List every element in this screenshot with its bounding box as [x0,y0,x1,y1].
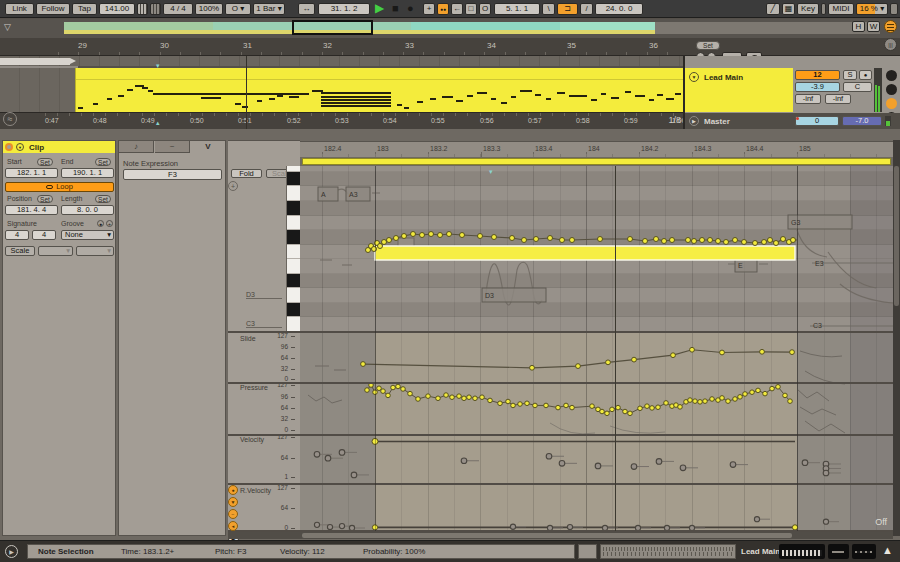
pressure-point[interactable] [498,401,503,406]
tap-tempo-button[interactable]: Tap [72,3,97,15]
pressure-point[interactable] [365,388,370,393]
pressure-point[interactable] [788,399,793,404]
slide-point[interactable] [790,350,795,355]
pitch-expression-point[interactable] [742,240,747,245]
pitch-expression-point[interactable] [598,237,603,242]
pitch-expression-point[interactable] [402,234,407,239]
lead-track-header[interactable]: ▼ Lead Main [685,68,793,112]
clip-position-field[interactable]: 181. 4. 4 [5,205,58,215]
pitch-expression-point[interactable] [753,241,758,246]
pitch-expression-point[interactable] [762,240,767,245]
editor-horizontal-scrollbar[interactable] [228,532,893,539]
pressure-point[interactable] [391,385,396,390]
tab-envelopes[interactable]: ~ [155,141,190,153]
track-pan-field[interactable]: C [843,82,872,92]
pitch-expression-point[interactable] [492,235,497,240]
hamburger-menu-icon[interactable] [884,20,897,33]
pressure-point[interactable] [656,405,661,410]
velocity-point[interactable] [631,464,637,470]
pressure-point[interactable] [628,411,633,416]
pitch-expression-point[interactable] [420,233,425,238]
velocity-point[interactable] [546,453,552,459]
velocity-point[interactable] [802,460,808,466]
pitch-expression-point[interactable] [662,239,667,244]
pressure-point[interactable] [386,393,391,398]
release-velocity-point[interactable] [754,517,759,522]
pitch-expression-point[interactable] [522,238,527,243]
fold-button[interactable]: Fold [231,169,262,178]
pressure-point[interactable] [467,395,472,400]
lane-button-1[interactable]: ● [228,485,238,495]
pressure-point[interactable] [688,398,693,403]
zoom-plus-icon[interactable]: + [228,181,238,191]
arrangement-w-zoom-button[interactable]: W [867,21,880,32]
pitch-expression-point[interactable] [733,238,738,243]
pressure-point[interactable] [473,396,478,401]
velocity-point[interactable] [595,463,601,469]
velocity-point[interactable] [314,452,320,458]
arm-button[interactable]: ● [859,70,872,80]
solo-button[interactable]: S [843,70,857,80]
groove-hotswap-icon[interactable]: + [106,220,113,227]
pressure-point[interactable] [698,400,703,405]
pressure-point[interactable] [776,385,781,390]
piano-key-white[interactable] [287,259,300,274]
lane-button-4[interactable]: ◂ [228,521,238,531]
piano-key-white[interactable] [287,288,300,303]
lane-button-3[interactable]: − [228,509,238,519]
note-grid[interactable]: AA3D3EG3E3C3 [300,166,893,331]
follow-playhead-button[interactable]: O [479,3,491,15]
scale-name-select[interactable]: ▾ [76,246,114,256]
io-meter-toggle-icon[interactable]: ||| [884,38,897,51]
fold-arrangement-icon[interactable]: ▽ [4,21,11,33]
piano-key-white[interactable] [287,216,300,231]
pressure-point[interactable] [605,411,610,416]
lane-button-2[interactable]: ▼ [228,497,238,507]
pitch-expression-point[interactable] [708,238,713,243]
pitch-expression-point[interactable] [692,239,697,244]
pitch-expression-point[interactable] [570,238,575,243]
clip-activator-icon[interactable] [5,143,13,151]
pressure-point[interactable] [488,398,493,403]
track-name[interactable]: Lead Main [704,73,743,82]
velocity-point[interactable] [559,461,565,467]
lead-track-lane[interactable] [0,68,683,112]
master-pan-field[interactable]: 0 [795,116,839,126]
master-track-header[interactable]: ▶ Master 0 -7.0 [685,113,900,129]
pitch-expression-point[interactable] [447,232,452,237]
expression-note-field[interactable]: F3 [123,169,222,180]
pitch-expression-point[interactable] [478,234,483,239]
slide-point[interactable] [606,360,611,365]
clip-start-field[interactable]: 182. 1. 1 [5,168,58,178]
release-velocity-point[interactable] [567,524,572,529]
pressure-point[interactable] [645,404,650,409]
master-name[interactable]: Master [704,117,730,126]
lane-divider[interactable] [228,483,893,485]
punch-loop-length-field[interactable]: 24. 0. 0 [595,3,643,15]
velocity-point[interactable] [351,472,357,478]
editor-loop-strip[interactable] [300,157,893,166]
send-b-field[interactable]: -inf [825,94,851,104]
pressure-point[interactable] [600,409,605,414]
mixer-section-toggle-active[interactable] [886,98,897,109]
pressure-point[interactable] [506,399,511,404]
computer-midi-keyboard-icon[interactable]: ▦ [782,3,795,15]
arrangement-h-zoom-button[interactable]: H [852,21,865,32]
set-locator-button[interactable]: Set [696,41,720,50]
metronome-count-in-icon[interactable] [150,3,161,15]
overview-viewport[interactable] [292,20,373,35]
key-map-button[interactable]: Key [797,3,819,15]
release-velocity-point[interactable] [510,524,515,529]
pitch-expression-point[interactable] [438,233,443,238]
set-start-button[interactable]: Set [37,158,53,166]
overdub-button[interactable]: + [423,3,435,15]
slide-point[interactable] [530,365,535,370]
pressure-point[interactable] [750,390,755,395]
arrangement-overview[interactable]: ▽ [0,19,900,38]
quantization-value-menu[interactable]: 1 Bar ▾ [253,3,285,15]
piano-key-white[interactable] [287,245,300,260]
pitch-expression-point[interactable] [560,238,565,243]
pressure-point[interactable] [664,401,669,406]
mixer-section-toggle[interactable] [886,84,897,95]
groove-select[interactable]: None▾ [61,230,114,240]
